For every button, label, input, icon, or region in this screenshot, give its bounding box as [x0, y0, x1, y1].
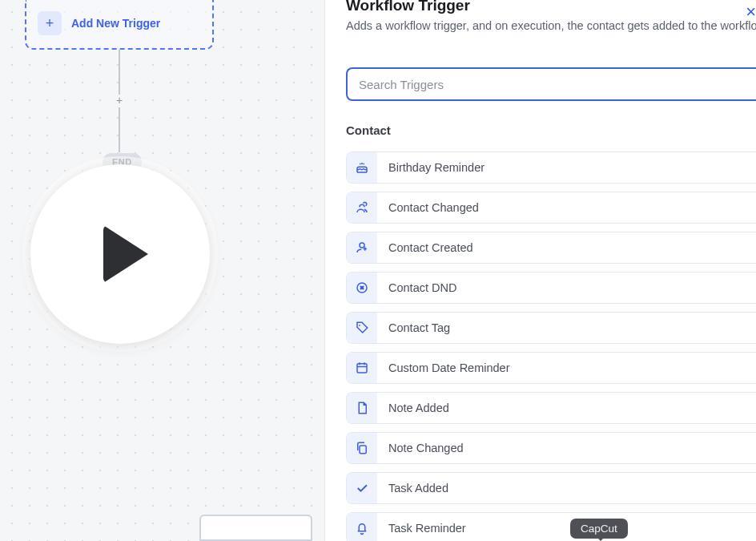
- trigger-label: Note Changed: [377, 442, 464, 454]
- trigger-item[interactable]: Contact DND: [346, 272, 756, 304]
- add-trigger-card[interactable]: + Add New Trigger: [25, 0, 214, 50]
- panel-description: Adds a workflow trigger, and on executio…: [346, 19, 756, 32]
- trigger-label: Contact DND: [377, 281, 456, 294]
- dnd-icon: [347, 273, 377, 303]
- trigger-label: Contact Created: [377, 241, 473, 254]
- trigger-item[interactable]: Note Added: [346, 392, 756, 424]
- search-input[interactable]: [346, 67, 756, 101]
- trigger-label: Task Added: [377, 482, 448, 495]
- trigger-item[interactable]: Birthday Reminder: [346, 151, 756, 184]
- tag-icon: [347, 313, 377, 343]
- file-icon: [347, 393, 377, 423]
- cake-icon: [347, 152, 377, 183]
- trigger-list: Birthday ReminderContact ChangedContact …: [346, 151, 756, 541]
- capcut-tooltip-arrow: [596, 536, 605, 541]
- connector-add-icon[interactable]: +: [113, 95, 126, 107]
- users-icon: [347, 192, 377, 223]
- trigger-label: Contact Changed: [377, 201, 479, 214]
- user-plus-icon: [347, 232, 377, 263]
- minimap-card[interactable]: [199, 515, 312, 541]
- panel-title: Workflow Trigger: [346, 0, 756, 14]
- trigger-item[interactable]: Task Added: [346, 472, 756, 504]
- calendar-icon: [347, 353, 377, 383]
- trigger-item[interactable]: Contact Tag: [346, 312, 756, 344]
- trigger-item[interactable]: Task Reminder: [346, 512, 756, 541]
- trigger-panel: × Workflow Trigger Adds a workflow trigg…: [324, 0, 756, 541]
- add-trigger-label: Add New Trigger: [71, 11, 160, 35]
- trigger-label: Birthday Reminder: [377, 161, 485, 174]
- trigger-label: Task Reminder: [377, 522, 466, 535]
- workflow-canvas[interactable]: + Add New Trigger + END: [0, 0, 332, 541]
- play-icon: [103, 225, 148, 283]
- plus-icon: +: [38, 11, 62, 35]
- play-button[interactable]: [30, 164, 210, 344]
- search-wrap: [346, 67, 756, 101]
- trigger-item[interactable]: Contact Changed: [346, 192, 756, 224]
- bell-icon: [347, 513, 377, 541]
- trigger-item[interactable]: Custom Date Reminder: [346, 352, 756, 384]
- trigger-item[interactable]: Note Changed: [346, 432, 756, 464]
- copy-icon: [347, 433, 377, 463]
- trigger-label: Note Added: [377, 402, 449, 414]
- section-label: Contact: [346, 123, 756, 137]
- trigger-label: Custom Date Reminder: [377, 361, 510, 374]
- trigger-item[interactable]: Contact Created: [346, 232, 756, 264]
- check-icon: [347, 473, 377, 503]
- trigger-label: Contact Tag: [377, 321, 450, 334]
